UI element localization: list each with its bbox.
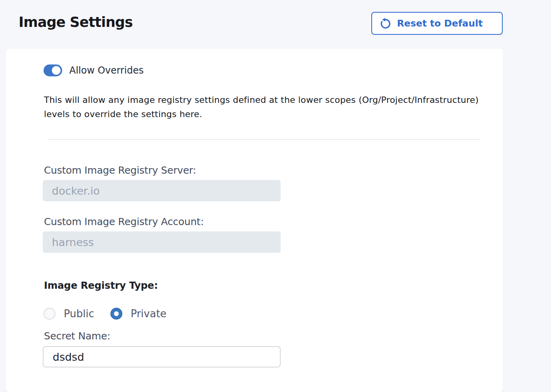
reset-icon	[379, 17, 392, 30]
overrides-description: This will allow any image registry setti…	[44, 93, 491, 121]
radio-private[interactable]	[110, 308, 122, 320]
page-title: Image Settings	[19, 14, 133, 30]
registry-type-radio-group: Public Private	[44, 308, 167, 320]
radio-public-label[interactable]: Public	[64, 308, 94, 320]
registry-type-label: Image Registry Type:	[44, 280, 158, 292]
radio-private-label[interactable]: Private	[131, 308, 167, 320]
toggle-knob	[52, 66, 61, 75]
registry-server-input	[43, 180, 281, 201]
divider	[48, 139, 480, 140]
radio-private-dot	[114, 311, 119, 316]
reset-to-default-button[interactable]: Reset to Default	[371, 12, 503, 35]
allow-overrides-label: Allow Overrides	[69, 65, 144, 76]
registry-account-label: Custom Image Registry Account:	[44, 216, 204, 228]
registry-account-input	[43, 231, 281, 253]
radio-public[interactable]	[44, 308, 55, 320]
settings-card: Allow Overrides This will allow any imag…	[6, 49, 503, 392]
registry-server-label: Custom Image Registry Server:	[44, 165, 196, 176]
secret-name-input[interactable]	[43, 346, 281, 367]
allow-overrides-toggle[interactable]	[44, 64, 62, 76]
secret-name-label: Secret Name:	[44, 330, 110, 342]
